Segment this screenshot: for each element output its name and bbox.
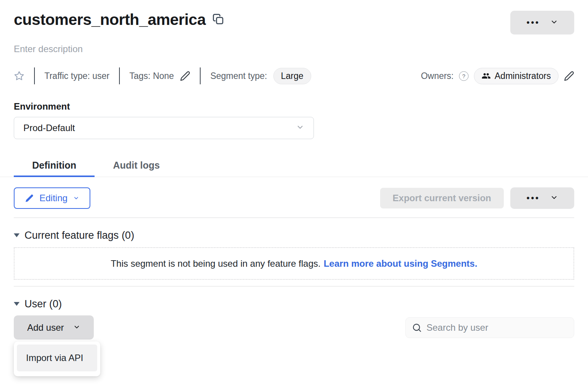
export-current-version-button[interactable]: Export current version [380, 188, 504, 208]
segment-type-label: Segment type: [210, 71, 267, 81]
add-user-button[interactable]: Add user [14, 315, 94, 340]
chevron-down-icon [550, 194, 558, 203]
active-tab-underline [14, 176, 95, 177]
owners-badge[interactable]: Administrators [474, 68, 559, 84]
environment-label: Environment [14, 101, 574, 112]
search-icon [412, 323, 422, 333]
section-caret-icon [14, 302, 20, 306]
divider [34, 67, 35, 84]
user-section-controls: Add user Import via API [14, 315, 574, 340]
meta-row: Traffic type: user Tags: None Segment ty… [14, 67, 574, 85]
divider [200, 67, 201, 84]
help-question-icon[interactable]: ? [459, 71, 469, 81]
learn-more-link[interactable]: Learn more about using Segments. [323, 258, 477, 269]
editing-status-button[interactable]: Editing [14, 187, 90, 209]
chevron-down-icon [296, 123, 304, 133]
star-icon[interactable] [14, 71, 24, 81]
search-by-user-input[interactable] [426, 322, 568, 333]
header-more-button[interactable]: ••• [510, 11, 574, 34]
section-caret-icon [14, 233, 20, 238]
user-section-header[interactable]: User (0) [14, 298, 574, 310]
traffic-type-label: Traffic type: user [44, 71, 109, 81]
feature-flags-section-title: Current feature flags (0) [24, 230, 134, 241]
ellipsis-icon: ••• [526, 194, 540, 202]
header: customers_north_america ••• [14, 11, 574, 34]
edit-tags-icon[interactable] [180, 71, 190, 81]
tab-audit-logs[interactable]: Audit logs [95, 154, 178, 177]
tab-bar: Definition Audit logs [0, 154, 588, 177]
chevron-down-icon [550, 18, 558, 27]
description-placeholder[interactable]: Enter description [14, 44, 574, 54]
tab-label: Audit logs [113, 160, 160, 171]
feature-flags-section-header[interactable]: Current feature flags (0) [14, 230, 574, 241]
tags-label: Tags: None [129, 71, 174, 81]
copy-icon[interactable] [212, 13, 224, 26]
environment-selected-value: Prod-Default [23, 123, 75, 133]
empty-state-text: This segment is not being used in any fe… [111, 258, 320, 269]
tab-label: Definition [32, 160, 76, 171]
feature-flags-empty-state: This segment is not being used in any fe… [14, 247, 574, 280]
menu-item-import-via-api[interactable]: Import via API [17, 345, 97, 371]
add-user-dropdown-menu: Import via API [14, 341, 100, 376]
divider [14, 286, 574, 287]
segment-type-badge: Large [273, 68, 311, 84]
page-title: customers_north_america [14, 11, 206, 29]
definition-toolbar: Editing Export current version ••• [14, 187, 574, 209]
pencil-icon [25, 194, 34, 203]
environment-select[interactable]: Prod-Default [14, 117, 314, 139]
toolbar-more-button[interactable]: ••• [510, 187, 574, 209]
edit-owners-icon[interactable] [564, 71, 574, 81]
segment-detail-page: customers_north_america ••• Enter descri… [0, 0, 588, 340]
tab-definition[interactable]: Definition [14, 154, 95, 177]
ellipsis-icon: ••• [526, 18, 540, 27]
add-user-label: Add user [27, 322, 64, 333]
divider [14, 217, 574, 218]
user-section-title: User (0) [24, 298, 62, 310]
chevron-down-icon [73, 322, 80, 333]
editing-label: Editing [39, 193, 67, 203]
chevron-down-icon [73, 193, 79, 203]
owners-value: Administrators [495, 71, 551, 81]
owners-label: Owners: [421, 71, 454, 81]
people-group-icon [482, 71, 491, 80]
divider [119, 67, 120, 84]
user-search-box[interactable] [405, 317, 574, 338]
